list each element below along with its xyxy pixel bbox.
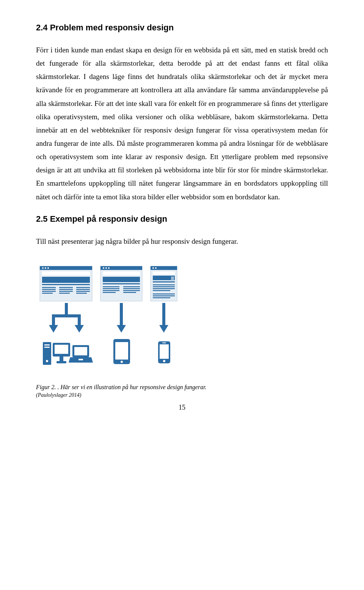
svg-rect-29 xyxy=(103,288,119,289)
device-desktop-icon xyxy=(43,342,70,365)
svg-rect-64 xyxy=(44,344,50,345)
svg-point-79 xyxy=(163,360,165,362)
svg-point-4 xyxy=(47,267,49,269)
svg-marker-56 xyxy=(49,325,58,333)
svg-rect-13 xyxy=(59,289,73,290)
svg-point-22 xyxy=(103,267,104,269)
svg-rect-46 xyxy=(153,284,175,286)
svg-rect-52 xyxy=(153,297,170,298)
svg-rect-17 xyxy=(76,289,90,290)
svg-rect-11 xyxy=(42,293,53,294)
svg-point-23 xyxy=(105,267,107,269)
arrow-phone-icon xyxy=(159,303,168,333)
svg-rect-42 xyxy=(171,277,174,278)
svg-rect-7 xyxy=(42,284,90,285)
svg-rect-37 xyxy=(151,266,177,270)
svg-rect-18 xyxy=(76,291,90,292)
svg-rect-6 xyxy=(42,277,90,283)
svg-rect-61 xyxy=(162,303,165,325)
svg-rect-43 xyxy=(171,278,174,279)
responsive-design-figure xyxy=(36,263,328,375)
svg-rect-48 xyxy=(153,288,175,289)
svg-rect-15 xyxy=(59,293,70,294)
svg-marker-62 xyxy=(159,325,168,333)
figure-source: (Paulolyslager 2014) xyxy=(36,392,328,398)
svg-rect-32 xyxy=(123,286,140,287)
svg-rect-34 xyxy=(123,290,140,291)
layout-tablet-icon xyxy=(100,266,142,301)
svg-rect-30 xyxy=(103,290,119,291)
svg-marker-58 xyxy=(75,325,84,333)
section-25-intro: Till näst presenterar jag några bilder p… xyxy=(36,235,328,248)
svg-rect-68 xyxy=(55,345,68,354)
svg-rect-10 xyxy=(42,291,56,292)
svg-rect-51 xyxy=(153,295,175,297)
svg-rect-59 xyxy=(120,303,123,325)
device-tablet-icon xyxy=(113,339,130,364)
figure-caption: Figur 2. . Här ser vi en illustration på… xyxy=(36,384,328,391)
svg-rect-49 xyxy=(153,290,170,291)
svg-point-66 xyxy=(46,360,48,362)
svg-rect-50 xyxy=(153,293,175,295)
svg-rect-70 xyxy=(56,361,66,363)
svg-point-76 xyxy=(121,361,123,363)
svg-rect-35 xyxy=(123,292,136,293)
document-page: 2.4 Problem med responsiv design Förr i … xyxy=(0,0,364,427)
section-25-heading: 2.5 Exempel på responsiv design xyxy=(36,214,328,224)
svg-rect-14 xyxy=(59,291,73,292)
svg-rect-27 xyxy=(103,283,140,284)
section-24-heading: 2.4 Problem med responsiv design xyxy=(36,23,328,33)
svg-rect-16 xyxy=(76,287,90,288)
svg-rect-45 xyxy=(153,281,175,282)
arrow-tablet-icon xyxy=(117,303,126,333)
svg-rect-0 xyxy=(40,266,92,301)
svg-rect-69 xyxy=(60,357,63,361)
svg-rect-55 xyxy=(52,314,55,325)
device-laptop-icon xyxy=(69,345,93,363)
svg-rect-40 xyxy=(153,271,175,274)
svg-rect-80 xyxy=(162,342,166,343)
svg-rect-19 xyxy=(76,293,87,294)
arrow-desktop-split-icon xyxy=(49,303,84,333)
svg-rect-33 xyxy=(123,288,140,289)
svg-rect-57 xyxy=(78,314,81,325)
svg-rect-47 xyxy=(153,286,175,287)
svg-point-3 xyxy=(45,267,46,269)
svg-rect-26 xyxy=(103,277,140,282)
layout-phone-icon xyxy=(151,266,177,301)
page-number: 15 xyxy=(36,404,328,412)
svg-rect-5 xyxy=(42,271,90,275)
svg-point-24 xyxy=(108,267,110,269)
svg-rect-8 xyxy=(42,287,56,288)
responsive-diagram-svg xyxy=(36,263,199,373)
svg-rect-53 xyxy=(65,303,68,314)
svg-rect-25 xyxy=(103,271,140,275)
svg-rect-72 xyxy=(74,347,87,355)
svg-rect-75 xyxy=(115,342,128,360)
device-phone-icon xyxy=(158,341,170,363)
svg-point-2 xyxy=(42,267,44,269)
svg-rect-12 xyxy=(59,287,73,288)
svg-rect-31 xyxy=(103,292,116,293)
section-24-body: Förr i tiden kunde man endast skapa en d… xyxy=(36,43,328,204)
svg-rect-44 xyxy=(171,279,174,280)
svg-rect-78 xyxy=(160,344,169,359)
svg-rect-73 xyxy=(78,359,83,360)
svg-rect-54 xyxy=(52,314,81,317)
svg-rect-9 xyxy=(42,289,56,290)
svg-point-39 xyxy=(155,267,157,269)
svg-marker-60 xyxy=(117,325,126,333)
svg-rect-65 xyxy=(44,347,50,348)
svg-point-38 xyxy=(152,267,154,269)
layout-desktop-icon xyxy=(40,266,92,301)
svg-rect-28 xyxy=(103,286,119,287)
